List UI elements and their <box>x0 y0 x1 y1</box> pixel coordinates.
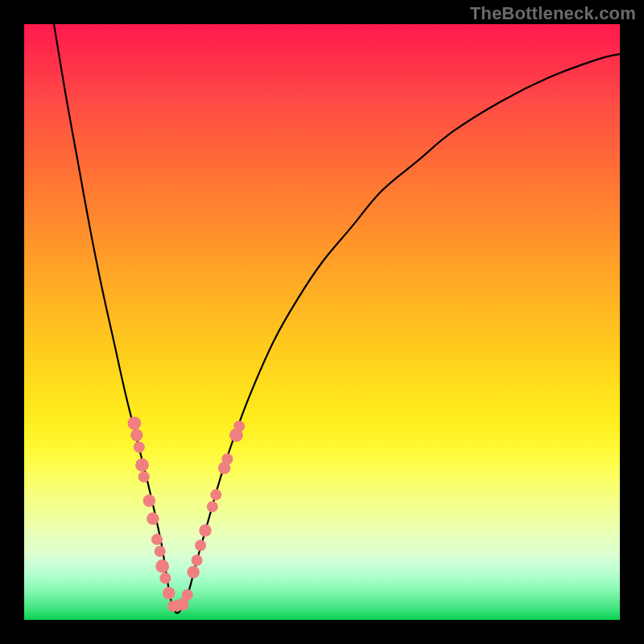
marker-dot <box>192 555 203 566</box>
marker-dot <box>155 546 166 557</box>
marker-dot <box>207 501 218 512</box>
marker-dot <box>233 421 245 432</box>
marker-dot <box>147 513 159 525</box>
marker-group <box>128 416 246 612</box>
marker-dot <box>159 572 171 584</box>
marker-dot <box>221 453 233 464</box>
bottleneck-curve <box>54 24 620 613</box>
marker-dot <box>195 540 206 551</box>
watermark-text: TheBottleneck.com <box>470 3 636 24</box>
marker-dot <box>163 587 175 599</box>
chart-frame: TheBottleneck.com <box>0 0 644 644</box>
marker-dot <box>135 458 149 472</box>
marker-dot <box>138 471 150 482</box>
marker-dot <box>128 416 142 430</box>
chart-svg <box>24 24 620 620</box>
marker-dot <box>134 441 145 452</box>
marker-dot <box>143 494 155 506</box>
marker-dot <box>130 429 142 441</box>
marker-dot <box>210 489 221 501</box>
marker-dot <box>182 589 193 601</box>
marker-dot <box>155 559 169 573</box>
marker-dot <box>151 534 163 545</box>
marker-dot <box>187 566 199 578</box>
marker-dot <box>199 524 211 536</box>
plot-area <box>24 24 620 620</box>
